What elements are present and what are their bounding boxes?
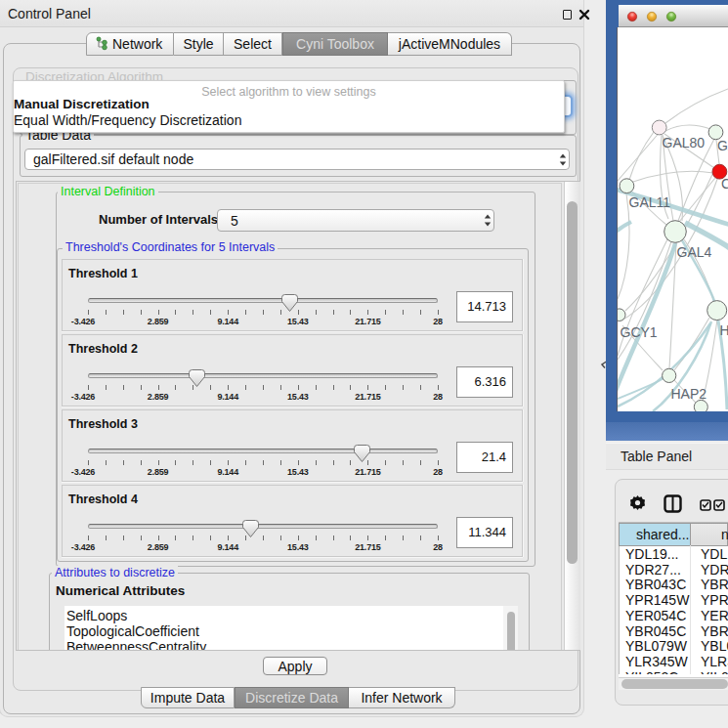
svg-text:GCY1: GCY1 [621,324,658,340]
svg-text:H: H [720,322,728,338]
svg-text:C: C [721,176,728,192]
svg-text:HAP2: HAP2 [671,386,707,402]
svg-text:GAL11: GAL11 [629,194,671,210]
svg-text:GA: GA [717,138,728,153]
svg-text:GAL4: GAL4 [677,244,712,260]
svg-text:GAL80: GAL80 [663,135,706,150]
